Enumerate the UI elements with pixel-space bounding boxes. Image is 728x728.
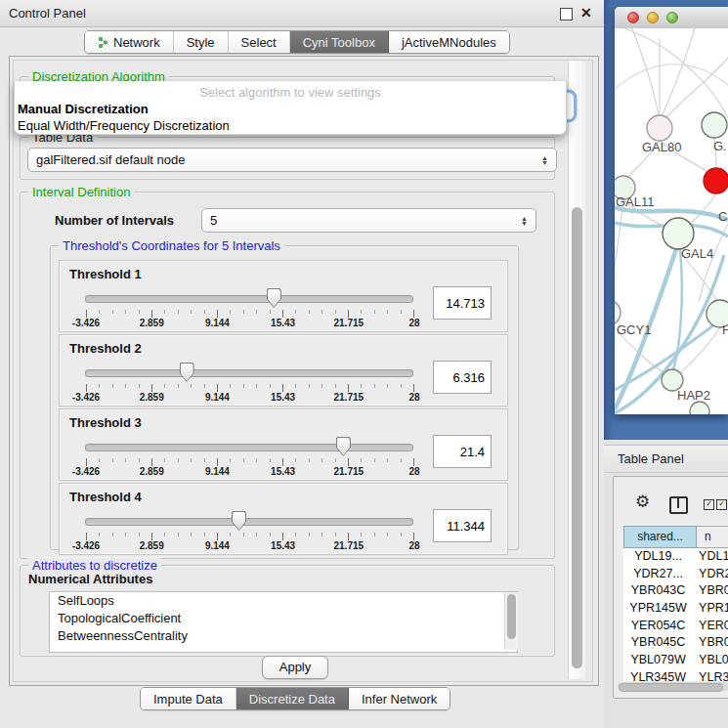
threshold-value-field[interactable]: 11.344 (433, 509, 492, 542)
cell-name[interactable]: YDL1 (693, 548, 728, 566)
table-row[interactable]: YBL079WYBL0 (623, 652, 728, 669)
tab-network[interactable]: Network (85, 31, 174, 53)
attribute-list-item[interactable]: BetweennessCentrality (50, 627, 517, 645)
tick-label: -3.426 (72, 466, 100, 477)
table-row[interactable]: YER054CYER0 (623, 618, 728, 635)
tick-label: 9.144 (205, 392, 230, 403)
tab-infer-network[interactable]: Infer Network (349, 688, 450, 709)
node-label: GAL11 (616, 194, 655, 209)
threshold-slider-handle[interactable] (180, 363, 194, 382)
tab-cyni-toolbox[interactable]: Cyni Toolbox (290, 31, 389, 53)
cell-name[interactable]: YLR3 (693, 669, 728, 681)
column-header-shared-name[interactable]: shared... (623, 526, 697, 548)
column-header-name[interactable]: n (697, 526, 728, 548)
close-icon[interactable]: ✕ (580, 5, 592, 21)
scrollbar-thumb[interactable] (572, 207, 582, 668)
network-icon (98, 36, 108, 49)
node-selected-red[interactable] (704, 168, 728, 193)
panel-title: Control Panel (9, 6, 86, 21)
threshold-slider-track[interactable] (85, 295, 413, 303)
tab-label: Infer Network (362, 692, 437, 707)
tick-label: -3.426 (72, 540, 100, 551)
threshold-slider-handle[interactable] (267, 288, 281, 308)
algorithm-option[interactable]: Manual Discretization (15, 101, 566, 117)
cell-shared-name[interactable]: YER054C (623, 618, 693, 635)
node-gal4[interactable] (663, 218, 694, 249)
scrollbar-thumb[interactable] (507, 594, 516, 639)
table-panel-titlebar: Table Panel (604, 445, 728, 473)
cell-name[interactable]: YBL0 (693, 652, 728, 669)
tab-jactivemnodules[interactable]: jActiveMNodules (389, 31, 509, 53)
table-row[interactable]: YDL19...YDL1 (623, 548, 728, 566)
panel-scrollbar[interactable] (568, 61, 585, 679)
close-traffic-icon[interactable] (627, 12, 639, 23)
cell-shared-name[interactable]: YPR145W (623, 600, 693, 618)
cell-name[interactable]: YDR2 (693, 566, 728, 583)
tab-style[interactable]: Style (174, 31, 229, 53)
table-data-combobox[interactable]: galFiltered.sif default node ▲▼ (27, 148, 557, 172)
threshold-value-field[interactable]: 21.4 (433, 435, 492, 468)
split-columns-icon[interactable] (669, 496, 688, 514)
threshold-label: Threshold 4 (69, 490, 142, 504)
cell-name[interactable]: YBR0 (693, 582, 728, 600)
node-table-rows[interactable]: YDL19...YDL1YDR27...YDR2YBR043CYBR0YPR14… (623, 548, 728, 681)
numerical-attributes-list[interactable]: SelfLoopsTopologicalCoefficientBetweenne… (49, 591, 518, 653)
threshold-value-field[interactable]: 14.713 (433, 286, 492, 320)
tab-impute-data[interactable]: Impute Data (141, 688, 236, 709)
table-panel-body: ⚙ ✓ ✓ shared... n YDL19...YDL1YDR27...YD… (613, 476, 728, 699)
zoom-traffic-icon[interactable] (666, 12, 678, 23)
attribute-list-item[interactable]: SelfLoops (50, 592, 517, 610)
apply-button[interactable]: Apply (262, 656, 328, 679)
slider-tick-labels: -3.4262.8599.14415.4321.71528 (86, 392, 414, 404)
tab-select[interactable]: Select (229, 31, 290, 53)
cell-shared-name[interactable]: YBL079W (623, 652, 693, 669)
threshold-label: Threshold 3 (69, 415, 142, 430)
threshold-slider-track[interactable] (85, 518, 413, 526)
table-row[interactable]: YBR045CYBR0 (623, 634, 728, 652)
threshold-slider-track[interactable] (85, 444, 413, 451)
cyni-bottom-tabs: Impute DataDiscretize DataInfer Network (140, 687, 450, 710)
float-panel-icon[interactable] (560, 8, 573, 21)
table-row[interactable]: YDR27...YDR2 (623, 566, 728, 583)
checkbox-icon[interactable]: ✓ (716, 499, 727, 510)
attributes-scrollbar[interactable] (504, 592, 518, 650)
tab-discretize-data[interactable]: Discretize Data (236, 688, 349, 709)
table-row[interactable]: YLR345WYLR3 (623, 669, 728, 681)
table-data-groupbox: Table Data galFiltered.sif default node … (20, 137, 555, 180)
cell-shared-name[interactable]: YLR345W (623, 669, 693, 681)
node-label: G. (713, 139, 727, 153)
tick-label: 15.43 (271, 318, 295, 328)
cell-shared-name[interactable]: YBR045C (623, 634, 693, 652)
number-of-intervals-spinner[interactable]: 5 ▲▼ (201, 208, 536, 233)
cell-name[interactable]: YPR1 (693, 600, 728, 618)
slider-major-ticks (86, 310, 414, 318)
node-top-right[interactable] (702, 112, 727, 138)
tab-label: Style (187, 35, 215, 50)
cell-shared-name[interactable]: YDR27... (623, 566, 693, 583)
cell-shared-name[interactable]: YDL19... (623, 548, 693, 566)
attribute-list-item[interactable]: TopologicalCoefficient (50, 610, 517, 627)
threshold-slider-track[interactable] (85, 369, 413, 377)
threshold-slider-handle[interactable] (232, 511, 246, 531)
node-gal80[interactable] (647, 115, 672, 141)
algorithm-option[interactable]: Equal Width/Frequency Discretization (15, 117, 566, 134)
control-panel-tabs: NetworkStyleSelectCyni ToolboxjActiveMNo… (84, 30, 510, 54)
minimize-traffic-icon[interactable] (647, 12, 659, 23)
gear-icon[interactable]: ⚙ (635, 493, 650, 510)
threshold-value-field[interactable]: 6.316 (433, 361, 492, 394)
table-panel-title: Table Panel (618, 451, 684, 466)
cell-shared-name[interactable]: YBR043C (623, 582, 693, 600)
threshold-slider-handle[interactable] (336, 437, 351, 456)
table-horizontal-scrollbar[interactable] (618, 682, 728, 691)
scrollbar-thumb[interactable] (619, 683, 723, 692)
node-bottom[interactable] (690, 402, 709, 414)
table-row[interactable]: YBR043CYBR0 (623, 582, 728, 600)
interval-definition-label: Interval Definition (28, 185, 134, 199)
network-canvas[interactable]: GAL80 G. GAL11 C GAL4 GCY1 H HAP2 (615, 28, 728, 414)
checkbox-icon[interactable]: ✓ (704, 499, 714, 510)
spinner-arrows-icon: ▲▼ (521, 216, 528, 226)
tick-label: -3.426 (72, 392, 100, 403)
cell-name[interactable]: YER0 (693, 618, 728, 635)
cell-name[interactable]: YBR0 (693, 634, 728, 652)
table-row[interactable]: YPR145WYPR1 (623, 600, 728, 618)
